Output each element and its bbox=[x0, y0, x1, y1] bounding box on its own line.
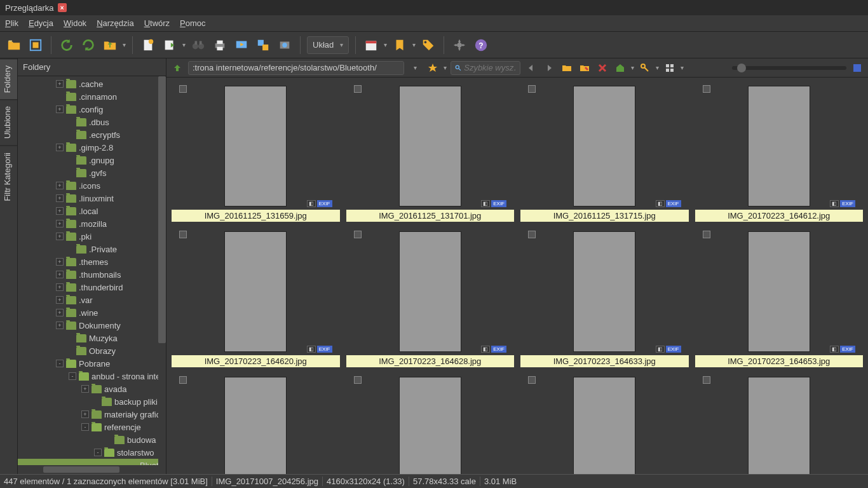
vtab-folders[interactable]: Foldery bbox=[0, 58, 17, 99]
tree-node[interactable]: +.local bbox=[18, 205, 166, 217]
path-dropdown-icon[interactable]: ▾ bbox=[408, 61, 422, 75]
tree-node[interactable]: -referencje bbox=[18, 421, 166, 433]
tree-node[interactable]: +.pki bbox=[18, 230, 166, 243]
expand-icon[interactable]: + bbox=[56, 220, 64, 227]
thumbnail[interactable]: ◧EXIFIMG_20170223_164628.jpg bbox=[346, 228, 515, 367]
tree-node[interactable]: +.gimp-2.8 bbox=[18, 141, 166, 154]
expand-icon[interactable]: + bbox=[56, 322, 64, 329]
close-icon[interactable]: × bbox=[58, 3, 67, 12]
tree-node[interactable]: +.themes bbox=[18, 255, 166, 268]
expand-icon[interactable]: + bbox=[56, 271, 64, 278]
layout-combo[interactable]: Układ▾ bbox=[307, 36, 349, 54]
nav-forward-icon[interactable] bbox=[542, 61, 556, 75]
print-icon[interactable] bbox=[211, 36, 229, 54]
checkbox[interactable] bbox=[179, 376, 187, 384]
thumbnail[interactable]: ◧EXIFIMG_20170223_164633.jpg bbox=[520, 228, 689, 367]
acquire-icon[interactable] bbox=[276, 36, 294, 54]
thumbnail[interactable]: ◧EXIFIMG_20170223_164612.jpg bbox=[695, 83, 864, 222]
expand-icon[interactable]: + bbox=[56, 296, 64, 304]
thumbnail[interactable]: ◧EXIFIMG_20161125_131715.jpg bbox=[520, 83, 689, 222]
grid-view-icon[interactable] bbox=[663, 61, 677, 75]
checkbox[interactable] bbox=[703, 231, 710, 238]
path-input[interactable]: :trona internetowa/referencje/stolarstwo… bbox=[188, 61, 404, 75]
chevron-down-icon[interactable]: ▾ bbox=[384, 41, 387, 48]
key-icon[interactable] bbox=[638, 61, 652, 75]
tree-node[interactable]: +materiały graficzne bbox=[18, 408, 166, 421]
collapse-icon[interactable]: - bbox=[81, 423, 89, 431]
menu-help[interactable]: Pomoc bbox=[180, 18, 205, 28]
tree-node[interactable]: .Private bbox=[18, 243, 166, 255]
checkbox[interactable] bbox=[703, 85, 710, 93]
tree-node[interactable]: +.icons bbox=[18, 179, 166, 192]
tree-node[interactable]: -anbud - strona interne bbox=[18, 370, 166, 383]
delete-icon[interactable] bbox=[595, 61, 609, 75]
help-icon[interactable]: ? bbox=[472, 36, 490, 54]
tree-node[interactable]: +avada bbox=[18, 383, 166, 395]
thumbnail[interactable] bbox=[695, 374, 864, 474]
chevron-down-icon[interactable]: ▾ bbox=[656, 64, 659, 71]
vtab-favorites[interactable]: Ulubione bbox=[0, 99, 17, 145]
tree-node[interactable]: +.thunderbird bbox=[18, 281, 166, 294]
tree-node[interactable]: +.mozilla bbox=[18, 217, 166, 230]
tree-node[interactable]: +.linuxmint bbox=[18, 192, 166, 205]
slideshow-icon[interactable] bbox=[233, 36, 250, 54]
tree-node[interactable]: +.thumbnails bbox=[18, 268, 166, 281]
chevron-down-icon[interactable]: ▾ bbox=[631, 64, 634, 71]
thumbnail[interactable] bbox=[346, 374, 515, 474]
checkbox[interactable] bbox=[528, 85, 536, 93]
checkbox[interactable] bbox=[528, 231, 536, 238]
tree-node[interactable]: +Dokumenty bbox=[18, 319, 166, 332]
menu-file[interactable]: Plik bbox=[5, 18, 18, 28]
binoculars-icon[interactable] bbox=[189, 36, 207, 54]
tree-node[interactable]: .ecryptfs bbox=[18, 128, 166, 141]
zoom-slider[interactable] bbox=[732, 66, 846, 70]
expand-icon[interactable]: + bbox=[56, 144, 64, 151]
expand-icon[interactable]: + bbox=[56, 233, 64, 240]
h-scrollbar[interactable] bbox=[18, 465, 166, 474]
nav-back-icon[interactable] bbox=[524, 61, 538, 75]
expand-icon[interactable]: + bbox=[81, 410, 89, 418]
menu-view[interactable]: Widok bbox=[64, 18, 86, 28]
new-doc-icon[interactable] bbox=[139, 36, 157, 54]
calendar-icon[interactable] bbox=[362, 36, 380, 54]
home-icon[interactable] bbox=[613, 61, 627, 75]
thumbnail[interactable]: ◧EXIFIMG_20170223_164653.jpg bbox=[695, 228, 864, 367]
chevron-down-icon[interactable]: ▾ bbox=[444, 64, 447, 71]
vtab-category-filter[interactable]: Filtr Kategorii bbox=[0, 146, 17, 208]
chevron-down-icon[interactable]: ▾ bbox=[182, 41, 186, 48]
collapse-icon[interactable]: - bbox=[69, 372, 76, 380]
tag-icon[interactable] bbox=[419, 36, 437, 54]
chevron-down-icon[interactable]: ▾ bbox=[412, 41, 416, 48]
tree-node[interactable]: Bluetooth bbox=[18, 459, 166, 465]
tree-node[interactable]: backup pliki bbox=[18, 395, 166, 408]
refresh-ccw-icon[interactable] bbox=[58, 36, 76, 54]
checkbox[interactable] bbox=[354, 231, 362, 238]
expand-icon[interactable]: + bbox=[56, 283, 64, 291]
thumbnail[interactable] bbox=[520, 374, 689, 474]
checkbox[interactable] bbox=[179, 231, 187, 238]
checkbox[interactable] bbox=[528, 376, 536, 384]
folder-up-icon[interactable] bbox=[101, 36, 119, 54]
go-up-icon[interactable] bbox=[170, 61, 184, 75]
expand-icon[interactable]: + bbox=[56, 80, 64, 88]
chevron-down-icon[interactable]: ▾ bbox=[123, 41, 126, 48]
collapse-icon[interactable]: - bbox=[94, 449, 102, 456]
menu-tools[interactable]: Narzędzia bbox=[97, 18, 134, 28]
tree-node[interactable]: .dbus bbox=[18, 116, 166, 128]
fullscreen-icon[interactable] bbox=[27, 36, 44, 54]
tree-node[interactable]: .cinnamon bbox=[18, 90, 166, 103]
folder-edit-icon[interactable] bbox=[578, 61, 592, 75]
expand-icon[interactable]: + bbox=[56, 258, 64, 266]
expand-icon[interactable]: + bbox=[81, 385, 89, 393]
thumbnail[interactable] bbox=[172, 374, 340, 474]
checkbox[interactable] bbox=[703, 376, 710, 384]
tree-node[interactable]: +.cache bbox=[18, 78, 166, 90]
tree-node[interactable]: .gnupg bbox=[18, 154, 166, 166]
checkbox[interactable] bbox=[354, 85, 362, 93]
tree-node[interactable]: +.var bbox=[18, 294, 166, 306]
refresh-cw-icon[interactable] bbox=[79, 36, 97, 54]
folder-icon[interactable] bbox=[560, 61, 574, 75]
open-icon[interactable] bbox=[5, 36, 23, 54]
tree-node[interactable]: budowa domów bbox=[18, 433, 166, 446]
scrollbar[interactable] bbox=[158, 76, 166, 465]
